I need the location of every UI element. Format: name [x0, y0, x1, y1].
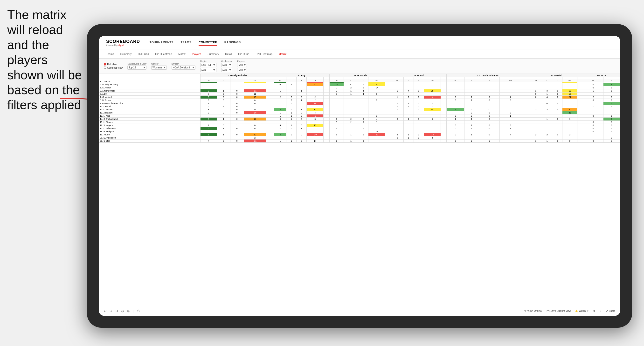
matrix-container[interactable]: 2. M Kelly Mulcahy 6. A Dy 11. G Woods 2…: [99, 74, 620, 306]
filter-division: Division NCAA Division II NCAA Division …: [172, 63, 196, 70]
region-all-select[interactable]: (All): [200, 68, 216, 72]
subnav-h2h-grid1[interactable]: H2H Grid: [135, 52, 151, 56]
filter-players: Players (All) (All): [237, 60, 247, 72]
header-col-21: 21. O Stoll: [391, 74, 447, 77]
subnav-h2h-grid2[interactable]: H2H Grid: [236, 52, 252, 56]
annotation-text: The matrix will reload and the players s…: [7, 7, 87, 113]
toolbar-right: 👁 View: Original 💾 Save Custom View 🔔 Wa…: [524, 310, 615, 312]
tablet-device: SCOREBOARD Powered by clippd TOURNAMENTS…: [87, 24, 632, 328]
nav-teams[interactable]: TEAMS: [181, 39, 192, 46]
zoom-out-icon[interactable]: ⊖: [121, 309, 124, 313]
save-custom-btn[interactable]: 💾 Save Custom View: [546, 310, 571, 312]
nav-tournaments[interactable]: TOURNAMENTS: [150, 39, 174, 46]
undo-icon[interactable]: ↩: [104, 309, 107, 313]
subnav-teams[interactable]: Teams: [104, 52, 116, 56]
logo-powered: Powered by clippd: [106, 44, 140, 46]
filter-bar: Full View Compact View Max players in vi…: [99, 59, 620, 74]
subnav-summary2[interactable]: Summary: [205, 52, 221, 56]
view-icon: 👁: [524, 310, 526, 312]
share-icon: ↗: [606, 310, 608, 312]
table-row: 6. A Dy 70011 0140 01013: [99, 93, 620, 96]
compact-view-radio-dot: [104, 66, 106, 69]
table-row: 12. A Bianchi 200-16 1104 200 25: [99, 111, 620, 114]
header-col-38: 38. A Webb: [530, 74, 583, 77]
matrix-table: 2. M Kelly Mulcahy 6. A Dy 11. G Woods 2…: [99, 74, 620, 143]
zoom-in-icon[interactable]: ⊕: [127, 309, 130, 313]
view-original-btn[interactable]: 👁 View: Original: [524, 310, 542, 312]
subnav-h2h-heatmap2[interactable]: H2H Heatmap: [253, 52, 275, 56]
nav-items: TOURNAMENTS TEAMS COMMITTEE RANKINGS: [150, 39, 241, 46]
players-all-select[interactable]: (All): [237, 68, 247, 72]
table-row: 9. A Maria Jimenez Rios 1006 100-7 0102 …: [99, 102, 620, 105]
table-row: 14. S Srichantamit 31014 0105 1204 0105 …: [99, 118, 620, 121]
top-nav: SCOREBOARD Powered by clippd TOURNAMENTS…: [99, 36, 620, 49]
table-row: 16. X Mcgaha 2010 31011 0103 00: [99, 124, 620, 127]
table-row: 21. O Stoll 400-31 11014 110 221 1109 03: [99, 140, 620, 143]
header-col-11: 11. G Woods: [329, 74, 391, 77]
subnav-matrix2[interactable]: Matrix: [276, 52, 289, 56]
players-select[interactable]: (All): [237, 63, 247, 67]
table-row: 17. D Ballesteros 3106 2011 1101 0207 01: [99, 127, 620, 130]
max-players-select[interactable]: Top 25 Top 50 All: [128, 66, 146, 70]
logo-scoreboard[interactable]: SCOREBOARD: [106, 39, 140, 44]
save-icon: 💾: [546, 310, 550, 312]
filter-max-players: Max players in view Top 25 Top 50 All: [128, 63, 146, 70]
nav-committee[interactable]: COMMITTEE: [198, 39, 217, 46]
header-col-23: 23. L Marie Schumac.: [447, 74, 530, 77]
refresh-icon[interactable]: ↺: [115, 309, 118, 313]
filter-region: Region East - DII West - DII (All) (All): [200, 60, 216, 72]
header-player: [99, 74, 200, 80]
filter-gender: Gender Women's Men's: [151, 63, 167, 70]
sub-nav: Teams Summary H2H Grid H2H Heatmap Matri…: [99, 49, 620, 59]
view-options: Full View Compact View: [104, 63, 122, 69]
table-row: 19. J Kanh 31019 400-20 310-31 210-13 01…: [99, 133, 620, 136]
table-row: 2. M Kelly Mulcahy 07040 1010050 06: [99, 83, 620, 86]
bottom-toolbar: ↩ ↪ ↺ ⊖ ⊕ | ⏱ 👁 View: Original 💾 Save Cu…: [99, 306, 620, 316]
settings-btn[interactable]: ⚙: [593, 310, 595, 312]
full-view-radio-dot: [104, 63, 106, 66]
division-select[interactable]: NCAA Division II NCAA Division I NCAA Di…: [172, 66, 196, 70]
conference-all-select[interactable]: (All): [221, 68, 232, 72]
nav-rankings[interactable]: RANKINGS: [224, 39, 241, 46]
expand-icon: ⤢: [600, 310, 602, 312]
subnav-matrix1[interactable]: Matrix: [176, 52, 188, 56]
tablet-screen: SCOREBOARD Powered by clippd TOURNAMENTS…: [99, 36, 620, 316]
watch-icon: 🔔: [575, 310, 578, 312]
table-row: 5. A Nomrowski 310-11 11 014 14025 13013…: [99, 89, 620, 93]
table-row: 11. G Woods 50011 40111 10014 4017 24020: [99, 108, 620, 111]
table-row: 3. S Jelinek 02017 01: [99, 86, 620, 89]
table-row: 10. L Perini 0201 0201 11: [99, 105, 620, 108]
clock-icon[interactable]: ⏱: [136, 309, 140, 313]
subnav-h2h-heatmap1[interactable]: H2H Heatmap: [153, 52, 174, 56]
subnav-detail[interactable]: Detail: [223, 52, 234, 56]
subnav-players[interactable]: Players: [190, 52, 204, 56]
watch-chevron-icon: ▼: [586, 310, 589, 312]
table-row: 15. H Stranda 0201 01: [99, 121, 620, 124]
table-row: 13. N Klug 110-2 3 0201 01: [99, 114, 620, 118]
share-btn[interactable]: ↗ Share: [606, 310, 615, 312]
compact-view-radio[interactable]: Compact View: [104, 66, 122, 69]
watch-btn[interactable]: 🔔 Watch ▼: [575, 310, 589, 312]
table-row: 18. H Hodgson 11 01: [99, 130, 620, 133]
conference-select[interactable]: (All): [221, 63, 232, 67]
logo-area: SCOREBOARD Powered by clippd: [106, 39, 140, 46]
table-row: 8. M Torres 0010 1012 3 0108 01: [99, 99, 620, 102]
header-col-6: 6. A Dy: [274, 74, 330, 77]
table-row: 20. E Andersson 2 0108 3: [99, 136, 620, 140]
filter-conference: Conference (All) (All): [221, 60, 232, 72]
expand-btn[interactable]: ⤢: [600, 310, 602, 312]
header-col-60: 60. W Za: [583, 74, 620, 77]
region-select[interactable]: East - DII West - DII (All): [200, 63, 216, 67]
table-body: 1. J Garcia 31027 301-11 41050 11410 010…: [99, 80, 620, 143]
main-content: 2. M Kelly Mulcahy 6. A Dy 11. G Woods 2…: [99, 74, 620, 306]
full-view-radio[interactable]: Full View: [104, 63, 122, 66]
toolbar-left: ↩ ↪ ↺ ⊖ ⊕ | ⏱: [104, 309, 140, 313]
subnav-summary1[interactable]: Summary: [118, 52, 134, 56]
redo-icon[interactable]: ↪: [110, 309, 112, 313]
table-row: 7. O Mitchell 30018 2202 120-4 0104 0402…: [99, 96, 620, 99]
header-col-2: 2. M Kelly Mulcahy: [200, 74, 274, 77]
toolbar-separator: |: [133, 309, 134, 313]
gear-icon: ⚙: [593, 310, 595, 312]
gender-select[interactable]: Women's Men's: [151, 66, 167, 70]
table-header-row-1: 2. M Kelly Mulcahy 6. A Dy 11. G Woods 2…: [99, 74, 620, 77]
